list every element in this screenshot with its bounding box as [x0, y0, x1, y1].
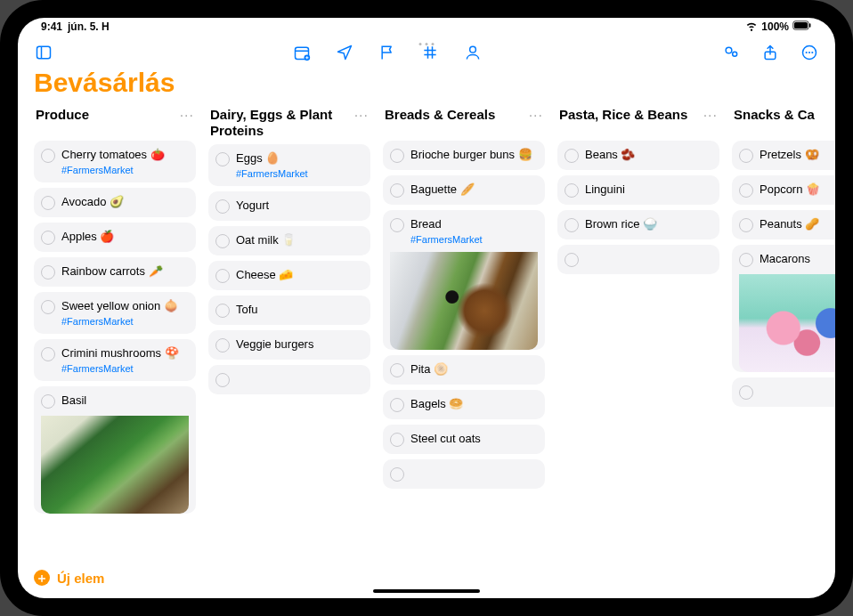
complete-checkbox[interactable] — [739, 385, 753, 400]
complete-checkbox[interactable] — [215, 269, 230, 283]
reminder-body: Apples 🍎 — [61, 230, 189, 245]
sidebar-toggle-button[interactable] — [34, 43, 53, 62]
reminder-image[interactable] — [41, 416, 189, 514]
cards-list: Pretzels 🥨Popcorn 🍿Peanuts 🥜Macarons — [732, 141, 835, 407]
reminder-item[interactable]: Macarons — [732, 245, 835, 372]
complete-checkbox[interactable] — [739, 149, 753, 163]
complete-checkbox[interactable] — [215, 373, 230, 387]
assign-button[interactable] — [463, 43, 483, 62]
reminder-body: Yogurt — [236, 199, 363, 214]
complete-checkbox[interactable] — [41, 394, 55, 409]
complete-checkbox[interactable] — [565, 149, 579, 163]
reminder-item[interactable]: Sweet yellow onion 🧅#FarmersMarket — [34, 292, 196, 334]
reminder-item-empty[interactable] — [208, 365, 370, 394]
reminder-item[interactable]: Basil — [34, 386, 196, 514]
reminder-item[interactable]: Baguette 🥖 — [383, 175, 545, 205]
reminder-item[interactable]: Bread#FarmersMarket — [383, 210, 545, 350]
collaborate-button[interactable] — [721, 43, 741, 62]
reminder-item[interactable]: Bagels 🥯 — [383, 390, 545, 419]
column-more-button[interactable]: ··· — [180, 107, 194, 124]
multitasking-dots-icon[interactable] — [419, 43, 435, 45]
reminder-item[interactable]: Avocado 🥑 — [34, 188, 196, 217]
reminder-item[interactable]: Crimini mushrooms 🍄#FarmersMarket — [34, 339, 196, 381]
column-title: Dairy, Eggs & Plant Proteins — [210, 107, 354, 139]
complete-checkbox[interactable] — [41, 347, 55, 361]
reminder-item[interactable]: Yogurt — [208, 191, 370, 221]
reminder-text: Tofu — [236, 303, 363, 318]
reminder-item-empty[interactable] — [383, 459, 545, 489]
column-more-button[interactable]: ··· — [529, 107, 543, 124]
complete-checkbox[interactable] — [215, 338, 230, 353]
reminder-item[interactable]: Rainbow carrots 🥕 — [34, 257, 196, 287]
reminder-tag[interactable]: #FarmersMarket — [61, 316, 189, 327]
tag-button[interactable] — [420, 43, 440, 62]
complete-checkbox[interactable] — [41, 300, 55, 314]
complete-checkbox[interactable] — [739, 183, 753, 198]
new-item-button[interactable]: ＋ Új elem — [34, 570, 104, 586]
reminder-item[interactable]: Cherry tomatoes 🍅#FarmersMarket — [34, 141, 196, 182]
complete-checkbox[interactable] — [565, 218, 579, 232]
reminder-item[interactable]: Peanuts 🥜 — [732, 210, 835, 239]
complete-checkbox[interactable] — [41, 265, 55, 280]
columns-board[interactable]: Produce···Cherry tomatoes 🍅#FarmersMarke… — [34, 107, 835, 598]
reminder-item[interactable]: Linguini — [557, 175, 719, 205]
reminder-item[interactable]: Veggie burgers — [208, 330, 370, 360]
complete-checkbox[interactable] — [390, 467, 404, 482]
reminder-item[interactable]: Pita 🫓 — [383, 355, 545, 385]
reminder-text: Avocado 🥑 — [61, 195, 189, 210]
location-button[interactable] — [335, 43, 354, 62]
complete-checkbox[interactable] — [215, 234, 230, 248]
column: Produce···Cherry tomatoes 🍅#FarmersMarke… — [34, 107, 196, 563]
reminder-image[interactable] — [739, 274, 835, 372]
reminder-text: Crimini mushrooms 🍄 — [61, 346, 189, 361]
reminder-item-empty[interactable] — [557, 245, 719, 274]
complete-checkbox[interactable] — [390, 433, 404, 447]
complete-checkbox[interactable] — [215, 199, 230, 214]
complete-checkbox[interactable] — [739, 218, 753, 232]
reminder-item[interactable]: Beans 🫘 — [557, 141, 719, 170]
reminder-body: Tofu — [236, 303, 363, 318]
complete-checkbox[interactable] — [390, 149, 404, 163]
reminder-body: Bagels 🥯 — [410, 397, 538, 412]
complete-checkbox[interactable] — [390, 363, 404, 377]
reminder-item[interactable]: Brioche burger buns 🍔 — [383, 141, 545, 170]
reminder-item[interactable]: Steel cut oats — [383, 425, 545, 454]
complete-checkbox[interactable] — [390, 398, 404, 412]
more-button[interactable] — [800, 43, 819, 62]
reminder-tag[interactable]: #FarmersMarket — [236, 168, 363, 179]
complete-checkbox[interactable] — [565, 183, 579, 198]
complete-checkbox[interactable] — [390, 183, 404, 198]
home-indicator[interactable] — [373, 589, 480, 593]
status-date: jún. 5. H — [68, 20, 110, 33]
complete-checkbox[interactable] — [565, 253, 579, 267]
complete-checkbox[interactable] — [41, 196, 55, 210]
cards-list: Brioche burger buns 🍔Baguette 🥖Bread#Far… — [383, 141, 545, 489]
share-button[interactable] — [760, 43, 780, 62]
complete-checkbox[interactable] — [390, 218, 404, 232]
reminder-text: Bagels 🥯 — [410, 397, 538, 412]
reminder-item[interactable]: Oat milk 🥛 — [208, 226, 370, 255]
calendar-button[interactable] — [292, 43, 312, 62]
reminder-tag[interactable]: #FarmersMarket — [410, 234, 538, 245]
reminder-item[interactable]: Apples 🍎 — [34, 223, 196, 252]
reminder-item[interactable]: Tofu — [208, 296, 370, 325]
column-more-button[interactable]: ··· — [354, 107, 369, 124]
reminder-body: Sweet yellow onion 🧅#FarmersMarket — [61, 299, 189, 327]
complete-checkbox[interactable] — [41, 149, 55, 163]
reminder-tag[interactable]: #FarmersMarket — [61, 363, 189, 374]
reminder-item[interactable]: Cheese 🧀 — [208, 261, 370, 290]
reminder-item[interactable]: Pretzels 🥨 — [732, 141, 835, 170]
reminder-item[interactable]: Eggs 🥚#FarmersMarket — [208, 144, 370, 186]
complete-checkbox[interactable] — [215, 152, 230, 166]
reminder-item[interactable]: Brown rice 🍚 — [557, 210, 719, 239]
reminder-image[interactable] — [390, 252, 538, 350]
flag-button[interactable] — [378, 43, 397, 62]
complete-checkbox[interactable] — [41, 231, 55, 245]
reminder-item[interactable]: Popcorn 🍿 — [732, 175, 835, 205]
complete-checkbox[interactable] — [215, 304, 230, 318]
reminder-item-empty[interactable] — [732, 377, 835, 407]
reminder-tag[interactable]: #FarmersMarket — [61, 165, 189, 175]
complete-checkbox[interactable] — [739, 253, 753, 267]
column-more-button[interactable]: ··· — [703, 107, 718, 124]
column-title: Breads & Cereals — [385, 107, 495, 123]
